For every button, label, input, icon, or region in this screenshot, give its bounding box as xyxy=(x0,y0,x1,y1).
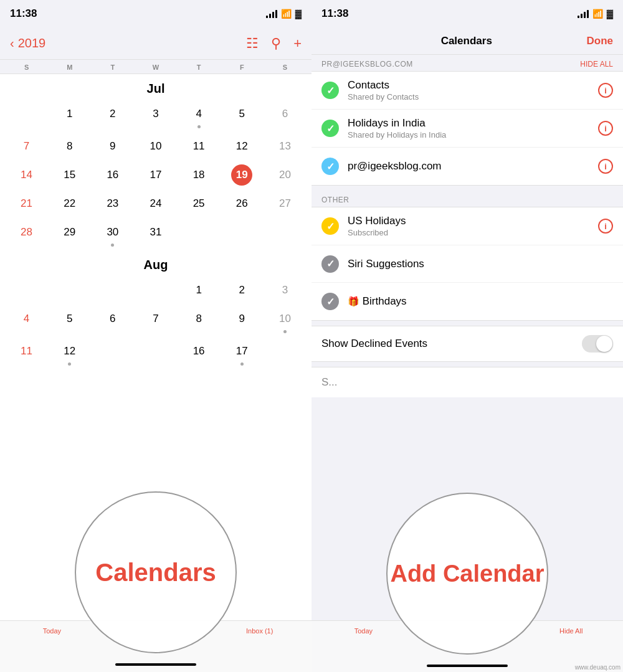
day-cell[interactable]: 7 xyxy=(134,305,177,337)
weekday-s2: S xyxy=(264,62,307,72)
add-icon[interactable]: + xyxy=(293,35,302,52)
day-cell[interactable]: 20 xyxy=(264,161,307,189)
aug-grid: 1 2 3 4 5 6 7 8 9 10 11 12 16 17 xyxy=(5,276,307,369)
calendars-circle-label: Calendars xyxy=(95,559,216,587)
info-icon: i xyxy=(604,124,607,133)
calendar-item-birthdays[interactable]: ✓ 🎁 Birthdays xyxy=(312,283,623,320)
contacts-subtitle: Shared by Contacts xyxy=(348,92,592,102)
r-tab-hide-all[interactable]: Hide All xyxy=(519,627,623,635)
day-cell[interactable]: 7 xyxy=(5,132,48,161)
calendars-circle-overlay[interactable]: Calendars xyxy=(75,491,237,653)
checkmark-icon: ✓ xyxy=(326,123,335,135)
back-arrow-icon[interactable]: ‹ xyxy=(10,36,14,50)
list-icon[interactable]: ☷ xyxy=(246,35,259,52)
tab-inbox[interactable]: Inbox (1) xyxy=(207,627,312,635)
day-cell[interactable]: 21 xyxy=(5,189,48,218)
day-cell[interactable]: 10 xyxy=(134,132,177,161)
calendar-item-us-holidays[interactable]: ✓ US Holidays Subscribed i xyxy=(312,207,623,245)
day-cell xyxy=(264,218,307,250)
wifi-icon: 📶 xyxy=(281,9,292,19)
day-cell[interactable]: 11 xyxy=(5,337,48,369)
day-cell[interactable]: 1 xyxy=(178,276,221,305)
day-cell[interactable]: 27 xyxy=(264,189,307,218)
day-cell[interactable]: 16 xyxy=(178,337,221,369)
add-calendar-row: S... xyxy=(312,367,623,397)
day-cell[interactable]: 17 xyxy=(221,337,264,369)
us-holidays-check[interactable]: ✓ xyxy=(321,217,339,235)
checkmark-icon: ✓ xyxy=(326,220,335,232)
year-label[interactable]: 2019 xyxy=(18,36,46,50)
day-cell[interactable]: 5 xyxy=(48,305,91,337)
us-holidays-name: US Holidays xyxy=(348,215,592,227)
home-indicator-right xyxy=(427,665,508,667)
day-cell[interactable]: 2 xyxy=(91,100,134,132)
us-holidays-info-button[interactable]: i xyxy=(598,219,613,234)
day-cell[interactable]: 22 xyxy=(48,189,91,218)
day-cell[interactable]: 23 xyxy=(91,189,134,218)
holidays-india-info-button[interactable]: i xyxy=(598,121,613,136)
search-icon[interactable]: ⚲ xyxy=(271,35,281,52)
info-icon: i xyxy=(604,162,607,171)
contacts-info-button[interactable]: i xyxy=(598,83,613,98)
birthdays-check[interactable]: ✓ xyxy=(321,293,339,310)
day-cell[interactable]: 3 xyxy=(264,276,307,305)
day-cell[interactable]: 9 xyxy=(91,132,134,161)
day-cell[interactable]: 6 xyxy=(91,305,134,337)
day-cell[interactable]: 17 xyxy=(134,161,177,189)
day-cell[interactable]: 2 xyxy=(221,276,264,305)
email-check[interactable]: ✓ xyxy=(321,158,339,175)
weekday-t: T xyxy=(91,62,134,72)
day-cell[interactable]: 28 xyxy=(5,218,48,250)
day-cell[interactable]: 29 xyxy=(48,218,91,250)
birthdays-name: 🎁 Birthdays xyxy=(348,295,613,308)
section1-header: PR@IGEEKSBLOG.COM HIDE ALL xyxy=(312,55,623,71)
day-cell[interactable]: 30 xyxy=(91,218,134,250)
checkmark-icon: ✓ xyxy=(326,85,335,97)
checkmark-icon: ✓ xyxy=(326,296,335,308)
day-cell[interactable]: 4 xyxy=(5,305,48,337)
r-tab-today[interactable]: Today xyxy=(312,627,416,635)
toggle-knob xyxy=(596,336,612,352)
day-cell[interactable]: 24 xyxy=(134,189,177,218)
day-cell[interactable]: 26 xyxy=(221,189,264,218)
day-19[interactable]: 19 xyxy=(221,161,264,189)
day-cell[interactable]: 3 xyxy=(134,100,177,132)
day-cell[interactable]: 4 xyxy=(178,100,221,132)
contacts-check[interactable]: ✓ xyxy=(321,82,339,99)
day-cell[interactable] xyxy=(5,100,48,132)
day-cell[interactable]: 8 xyxy=(178,305,221,337)
day-cell[interactable]: 16 xyxy=(91,161,134,189)
day-cell[interactable]: 15 xyxy=(48,161,91,189)
day-cell[interactable]: 10 xyxy=(264,305,307,337)
show-declined-toggle[interactable] xyxy=(582,335,613,353)
email-info-button[interactable]: i xyxy=(598,159,613,174)
tab-inbox-label: Inbox (1) xyxy=(246,627,273,635)
calendar-item-contacts[interactable]: ✓ Contacts Shared by Contacts i xyxy=(312,72,623,110)
calendar-item-holidays-india[interactable]: ✓ Holidays in India Shared by Holidays i… xyxy=(312,110,623,148)
battery-icon-r: ▓ xyxy=(607,9,613,19)
add-calendar-circle-overlay[interactable]: Add Calendar xyxy=(386,493,548,655)
holidays-india-info: Holidays in India Shared by Holidays in … xyxy=(348,117,592,140)
day-cell[interactable]: 8 xyxy=(48,132,91,161)
day-cell[interactable]: 9 xyxy=(221,305,264,337)
day-cell[interactable]: 18 xyxy=(178,161,221,189)
calendar-item-siri[interactable]: ✓ Siri Suggestions xyxy=(312,245,623,283)
day-cell[interactable]: 25 xyxy=(178,189,221,218)
day-cell[interactable]: 1 xyxy=(48,100,91,132)
day-cell[interactable]: 13 xyxy=(264,132,307,161)
siri-check[interactable]: ✓ xyxy=(321,255,339,273)
calendar-item-email[interactable]: ✓ pr@igeeksblog.com i xyxy=(312,148,623,185)
day-cell xyxy=(221,218,264,250)
day-cell[interactable]: 5 xyxy=(221,100,264,132)
day-cell[interactable]: 12 xyxy=(221,132,264,161)
day-cell[interactable]: 11 xyxy=(178,132,221,161)
tab-today[interactable]: Today xyxy=(0,627,104,635)
day-cell[interactable]: 14 xyxy=(5,161,48,189)
day-cell[interactable]: 6 xyxy=(264,100,307,132)
day-cell[interactable]: 12 xyxy=(48,337,91,369)
day-cell[interactable]: 31 xyxy=(134,218,177,250)
siri-info: Siri Suggestions xyxy=(348,258,613,270)
done-button[interactable]: Done xyxy=(586,35,613,47)
hide-all-button[interactable]: HIDE ALL xyxy=(580,60,613,69)
holidays-india-check[interactable]: ✓ xyxy=(321,120,339,137)
